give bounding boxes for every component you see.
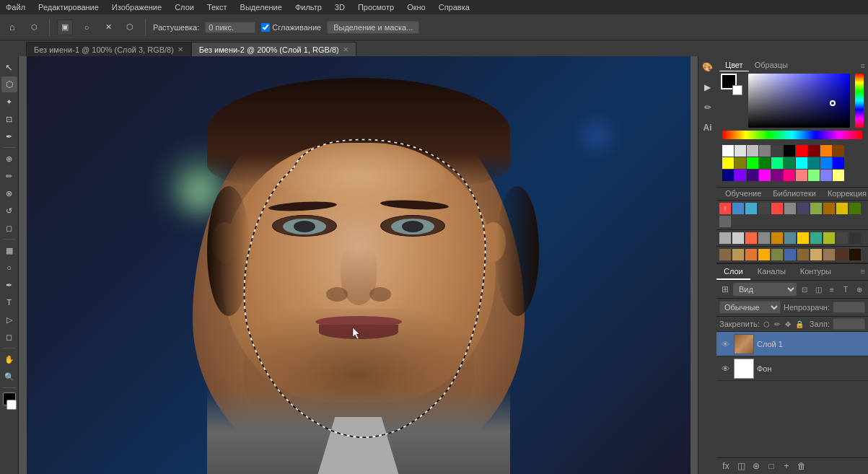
color-swatch[interactable]	[796, 145, 807, 157]
libraries-tab[interactable]: Библиотеки	[767, 188, 822, 200]
color-swatch[interactable]	[833, 170, 844, 181]
color-swatch-10[interactable]	[849, 203, 861, 214]
color-swatch-7[interactable]	[810, 203, 822, 214]
opacity-input[interactable]	[833, 302, 865, 313]
color-swatch-t4[interactable]	[758, 249, 770, 260]
menu-help[interactable]: Справка	[436, 3, 473, 12]
color-swatch[interactable]	[735, 145, 746, 157]
color-swatch[interactable]	[771, 145, 783, 157]
color-swatch-11[interactable]	[719, 216, 731, 227]
color-swatch-t6[interactable]	[784, 249, 796, 260]
layers-options-4[interactable]: T	[840, 284, 851, 295]
color-swatch-s3[interactable]	[745, 232, 757, 244]
lock-pixels-icon[interactable]: ⬡	[763, 319, 771, 329]
menu-edit[interactable]: Редактирование	[35, 3, 102, 12]
training-tab[interactable]: Обучение	[719, 188, 767, 200]
tab-document-2[interactable]: Без имени-2 @ 200% (Слой 1, RGB/8) ✕	[191, 42, 356, 56]
background-swatch[interactable]	[732, 85, 742, 95]
magnet-tool-icon[interactable]: ⬡	[122, 19, 138, 35]
text-tool[interactable]: T	[1, 294, 17, 310]
warning-icon[interactable]: !	[719, 203, 731, 214]
rect-tool-icon[interactable]: ▣	[57, 19, 73, 35]
color-swatch-5[interactable]	[784, 203, 796, 214]
filter-icon[interactable]: ⊞	[719, 284, 731, 295]
color-swatch-8[interactable]	[823, 203, 835, 214]
color-swatch-t7[interactable]	[797, 249, 809, 260]
antialiasing-checkbox[interactable]: Сглаживание	[261, 23, 321, 32]
menu-view[interactable]: Просмотр	[355, 3, 397, 12]
eraser-tool[interactable]: ◻	[1, 220, 17, 236]
healing-tool[interactable]: ⊕	[1, 151, 17, 167]
feather-input[interactable]	[205, 22, 255, 33]
menu-image[interactable]: Изображение	[109, 3, 165, 12]
color-swatch[interactable]	[820, 157, 832, 169]
color-swatch-t2[interactable]	[732, 249, 744, 260]
color-swatch-s2[interactable]	[732, 232, 744, 244]
new-layer-icon[interactable]: +	[780, 460, 793, 473]
color-swatch-t10[interactable]	[836, 249, 848, 260]
move-tool[interactable]: ↖	[1, 59, 17, 75]
layers-options-5[interactable]: ⊕	[854, 284, 865, 295]
zoom-tool[interactable]: 🔍	[1, 369, 17, 385]
color-swatch[interactable]	[722, 145, 734, 157]
layers-options-2[interactable]: ◫	[812, 284, 824, 295]
layers-tab-layers[interactable]: Слои	[716, 264, 750, 280]
delete-layer-icon[interactable]: 🗑	[795, 460, 808, 473]
gradient-tool[interactable]: ▦	[1, 242, 17, 258]
menu-file[interactable]: Файл	[3, 3, 28, 12]
color-swatch[interactable]	[759, 145, 771, 157]
color-swatch[interactable]	[784, 145, 795, 157]
color-swatch-s4[interactable]	[758, 232, 770, 244]
color-swatch-4[interactable]	[771, 203, 783, 214]
color-swatch-3[interactable]	[758, 203, 770, 214]
color-swatch[interactable]	[808, 157, 820, 169]
new-fill-layer-icon[interactable]: ⊕	[750, 460, 763, 473]
color-swatch[interactable]	[784, 170, 795, 181]
color-swatch[interactable]	[747, 157, 758, 169]
color-gradient[interactable]	[748, 74, 850, 128]
color-swatch[interactable]	[759, 157, 771, 169]
lock-gradient-icon[interactable]: ✏	[773, 319, 781, 329]
color-swatch[interactable]	[722, 170, 734, 181]
cross-tool-icon[interactable]: ✕	[100, 19, 116, 35]
brush-panel-icon[interactable]: ✏	[700, 100, 716, 115]
lock-position-icon[interactable]: ✥	[784, 319, 792, 329]
play-icon[interactable]: ▶	[700, 79, 716, 95]
path-select-tool[interactable]: ▷	[1, 312, 17, 328]
color-swatch-t1[interactable]	[719, 249, 731, 260]
color-swatch[interactable]	[820, 145, 832, 157]
color-swatch-blue[interactable]	[745, 203, 757, 214]
layers-tab-channels[interactable]: Каналы	[750, 264, 793, 280]
samples-tab[interactable]: Образцы	[749, 59, 794, 71]
pen-tool[interactable]: ✒	[1, 277, 17, 293]
color-swatch-s9[interactable]	[823, 232, 835, 244]
color-swatch[interactable]	[735, 157, 746, 169]
color-swatch[interactable]	[784, 157, 795, 169]
shape-tool[interactable]: ◻	[1, 329, 17, 345]
dodge-tool[interactable]: ○	[1, 260, 17, 276]
color-swatch[interactable]	[820, 170, 832, 181]
color-swatch[interactable]	[833, 157, 844, 169]
color-swatch-6[interactable]	[797, 203, 809, 214]
selection-mask-button[interactable]: Выделение и маска...	[327, 21, 419, 34]
menu-window[interactable]: Окно	[404, 3, 429, 12]
lasso-tool[interactable]: ⬡	[1, 76, 17, 92]
color-panel-icon[interactable]: 🎨	[700, 59, 716, 75]
color-swatch-9[interactable]	[836, 203, 848, 214]
color-swatch[interactable]	[735, 170, 746, 181]
color-swatch[interactable]	[796, 157, 807, 169]
color-swatch-s5[interactable]	[771, 232, 783, 244]
menu-filter[interactable]: Фильтр	[292, 3, 325, 12]
tool-icon-lasso[interactable]: ⬡	[26, 19, 42, 35]
color-swatch-t11[interactable]	[849, 249, 861, 260]
fill-input[interactable]	[833, 318, 865, 330]
layer-bg-visibility[interactable]: 👁	[719, 363, 731, 374]
tab-document-1-close[interactable]: ✕	[177, 45, 183, 53]
circle-tool-icon[interactable]: ○	[79, 19, 95, 35]
eyedropper-tool[interactable]: ✒	[1, 128, 17, 144]
color-swatch[interactable]	[808, 170, 820, 181]
hand-tool[interactable]: ✋	[1, 351, 17, 367]
brush-tool[interactable]: ✏	[1, 168, 17, 184]
lock-all-icon[interactable]: 🔒	[795, 319, 804, 329]
color-swatch-s10[interactable]	[836, 232, 848, 244]
